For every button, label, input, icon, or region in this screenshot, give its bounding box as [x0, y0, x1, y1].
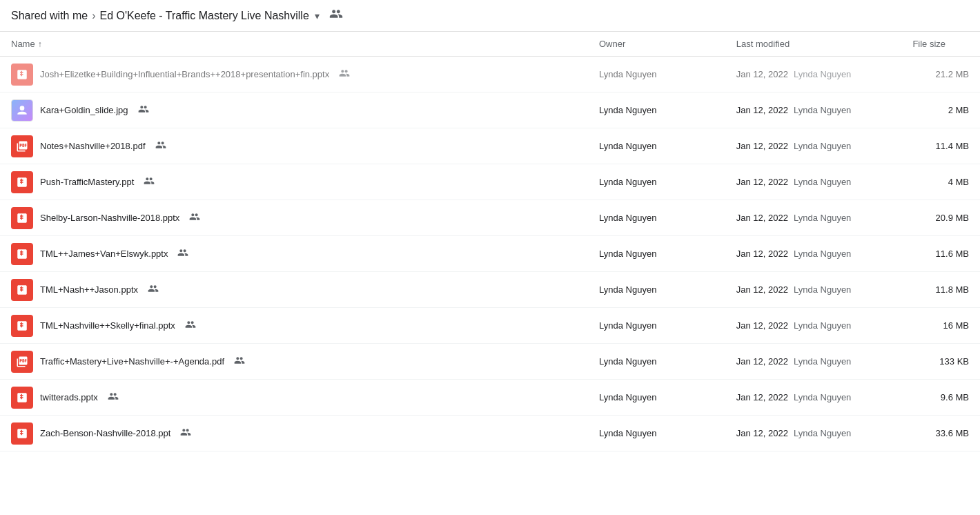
- modified-by: Lynda Nguyen: [794, 105, 851, 115]
- modified-by: Lynda Nguyen: [794, 284, 851, 295]
- shared-icon: [177, 247, 188, 260]
- size-cell: 4 MB: [901, 164, 980, 200]
- modified-by: Lynda Nguyen: [794, 177, 851, 187]
- size-cell: 133 KB: [901, 344, 980, 380]
- shared-icon: [138, 104, 149, 117]
- modified-cell: Jan 12, 2022Lynda Nguyen: [725, 200, 902, 236]
- size-cell: 9.6 MB: [901, 380, 980, 416]
- col-header-size[interactable]: File size: [901, 32, 980, 57]
- table-row[interactable]: TML++James+Van+Elswyk.pptx Lynda Nguyen …: [0, 236, 980, 272]
- file-name[interactable]: Zach-Benson-Nashville-2018.ppt: [40, 428, 170, 438]
- file-name-cell: Josh+Elizetke+Building+Influential+Brand…: [0, 57, 588, 93]
- file-name-cell: Push-TrafficMastery.ppt: [0, 164, 588, 200]
- table-row[interactable]: Notes+Nashville+2018.pdf Lynda Nguyen Ja…: [0, 128, 980, 164]
- owner-cell[interactable]: Lynda Nguyen: [588, 344, 725, 380]
- file-name[interactable]: TML+Nash++Jason.pptx: [40, 284, 138, 295]
- file-name-cell: Traffic+Mastery+Live+Nashville+-+Agenda.…: [0, 344, 588, 380]
- col-header-modified[interactable]: Last modified: [725, 32, 902, 57]
- table-row[interactable]: Zach-Benson-Nashville-2018.ppt Lynda Ngu…: [0, 416, 980, 451]
- modified-cell: Jan 12, 2022Lynda Nguyen: [725, 416, 902, 451]
- file-icon-ppt: [11, 207, 33, 229]
- modified-cell: Jan 12, 2022Lynda Nguyen: [725, 57, 902, 93]
- modified-by: Lynda Nguyen: [794, 69, 851, 79]
- file-name[interactable]: Shelby-Larson-Nashville-2018.pptx: [40, 213, 179, 223]
- table-row[interactable]: Traffic+Mastery+Live+Nashville+-+Agenda.…: [0, 344, 980, 380]
- modified-by: Lynda Nguyen: [794, 356, 851, 367]
- breadcrumb-chevron: ›: [92, 10, 95, 22]
- owner-cell[interactable]: Lynda Nguyen: [588, 236, 725, 272]
- modified-by: Lynda Nguyen: [794, 141, 851, 151]
- file-icon-pdf: [11, 351, 33, 373]
- modified-cell: Jan 12, 2022Lynda Nguyen: [725, 380, 902, 416]
- file-name-cell: Zach-Benson-Nashville-2018.ppt: [0, 416, 588, 451]
- shared-icon: [339, 68, 350, 81]
- owner-cell[interactable]: Lynda Nguyen: [588, 93, 725, 128]
- breadcrumb: Shared with me › Ed O'Keefe - Traffic Ma…: [0, 0, 980, 32]
- modified-cell: Jan 12, 2022Lynda Nguyen: [725, 93, 902, 128]
- file-icon-ppt: [11, 315, 33, 337]
- file-name[interactable]: Notes+Nashville+2018.pdf: [40, 141, 146, 151]
- size-cell: 11.4 MB: [901, 128, 980, 164]
- col-header-owner[interactable]: Owner: [588, 32, 725, 57]
- file-name[interactable]: twitterads.pptx: [40, 392, 98, 402]
- table-row[interactable]: Josh+Elizetke+Building+Influential+Brand…: [0, 57, 980, 93]
- file-name[interactable]: TML+Nashville++Skelly+final.pptx: [40, 320, 175, 331]
- svg-point-0: [20, 106, 25, 110]
- table-row[interactable]: Kara+Goldin_slide.jpg Lynda Nguyen Jan 1…: [0, 93, 980, 128]
- folder-name: Ed O'Keefe - Traffic Mastery Live Nashvi…: [100, 10, 309, 22]
- modified-cell: Jan 12, 2022Lynda Nguyen: [725, 128, 902, 164]
- shared-with-me-link[interactable]: Shared with me: [11, 10, 88, 22]
- file-name[interactable]: Kara+Goldin_slide.jpg: [40, 105, 128, 115]
- modified-by: Lynda Nguyen: [794, 428, 851, 438]
- file-name-cell: TML+Nash++Jason.pptx: [0, 272, 588, 308]
- modified-cell: Jan 12, 2022Lynda Nguyen: [725, 236, 902, 272]
- sort-icon: ↑: [38, 39, 42, 49]
- file-icon-ppt: [11, 171, 33, 193]
- modified-cell: Jan 12, 2022Lynda Nguyen: [725, 272, 902, 308]
- table-row[interactable]: twitterads.pptx Lynda Nguyen Jan 12, 202…: [0, 380, 980, 416]
- file-name-cell: Shelby-Larson-Nashville-2018.pptx: [0, 200, 588, 236]
- owner-cell[interactable]: Lynda Nguyen: [588, 164, 725, 200]
- shared-icon: [234, 355, 245, 368]
- table-row[interactable]: TML+Nash++Jason.pptx Lynda Nguyen Jan 12…: [0, 272, 980, 308]
- shared-icon: [155, 139, 166, 153]
- file-name[interactable]: Josh+Elizetke+Building+Influential+Brand…: [40, 69, 329, 79]
- owner-cell[interactable]: Lynda Nguyen: [588, 200, 725, 236]
- shared-icon: [148, 283, 159, 296]
- file-name[interactable]: TML++James+Van+Elswyk.pptx: [40, 249, 168, 259]
- size-cell: 16 MB: [901, 308, 980, 344]
- file-name[interactable]: Push-TrafficMastery.ppt: [40, 177, 134, 187]
- modified-by: Lynda Nguyen: [794, 249, 851, 259]
- owner-cell[interactable]: Lynda Nguyen: [588, 128, 725, 164]
- table-row[interactable]: Push-TrafficMastery.ppt Lynda Nguyen Jan…: [0, 164, 980, 200]
- file-icon-ppt: [11, 243, 33, 265]
- size-cell: 20.9 MB: [901, 200, 980, 236]
- owner-cell[interactable]: Lynda Nguyen: [588, 272, 725, 308]
- file-name-cell: Notes+Nashville+2018.pdf: [0, 128, 588, 164]
- folder-dropdown-icon[interactable]: ▾: [315, 10, 320, 21]
- owner-cell[interactable]: Lynda Nguyen: [588, 380, 725, 416]
- file-icon-ppt: [11, 279, 33, 301]
- modified-cell: Jan 12, 2022Lynda Nguyen: [725, 164, 902, 200]
- owner-cell[interactable]: Lynda Nguyen: [588, 57, 725, 93]
- file-name-cell: TML+Nashville++Skelly+final.pptx: [0, 308, 588, 344]
- file-name[interactable]: Traffic+Mastery+Live+Nashville+-+Agenda.…: [40, 356, 224, 367]
- modified-by: Lynda Nguyen: [794, 213, 851, 223]
- owner-cell[interactable]: Lynda Nguyen: [588, 416, 725, 451]
- shared-icon: [185, 319, 196, 332]
- modified-by: Lynda Nguyen: [794, 320, 851, 331]
- people-icon[interactable]: [329, 7, 343, 24]
- col-header-name[interactable]: Name ↑: [0, 32, 588, 57]
- file-icon-ppt: [11, 64, 33, 86]
- file-name-cell: twitterads.pptx: [0, 380, 588, 416]
- size-cell: 21.2 MB: [901, 57, 980, 93]
- size-cell: 11.6 MB: [901, 236, 980, 272]
- table-row[interactable]: TML+Nashville++Skelly+final.pptx Lynda N…: [0, 308, 980, 344]
- file-icon-jpg: [11, 99, 33, 122]
- file-icon-ppt: [11, 387, 33, 409]
- table-row[interactable]: Shelby-Larson-Nashville-2018.pptx Lynda …: [0, 200, 980, 236]
- size-cell: 2 MB: [901, 93, 980, 128]
- shared-icon: [180, 427, 191, 440]
- owner-cell[interactable]: Lynda Nguyen: [588, 308, 725, 344]
- file-name-cell: TML++James+Van+Elswyk.pptx: [0, 236, 588, 272]
